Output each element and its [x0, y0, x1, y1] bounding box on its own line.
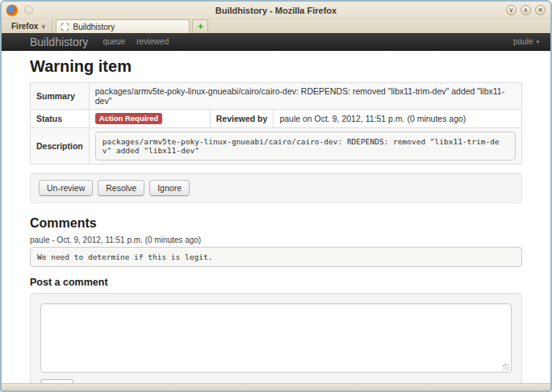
tab-buildhistory[interactable]: Buildhistory: [56, 19, 190, 33]
comments-heading: Comments: [30, 216, 522, 231]
status-badge: Action Required: [95, 113, 162, 124]
new-tab-button[interactable]: +: [192, 19, 208, 33]
chevron-down-icon: ∨: [41, 23, 45, 30]
navbar-brand[interactable]: Buildhistory: [30, 35, 88, 48]
comment-text: We need to determine if this is legit.: [30, 247, 522, 267]
shade-window-icon[interactable]: ∨: [506, 5, 516, 15]
titlebar[interactable]: Buildhistory - Mozilla Firefox ∨ ∧ ✕: [2, 2, 550, 19]
caret-down-icon: ▾: [536, 39, 539, 45]
window-controls: ∨ ∧ ✕: [506, 5, 546, 15]
description-value-cell: packages/armv5te-poky-linux-gnueabi/cair…: [89, 128, 521, 165]
nav-link-queue[interactable]: queue: [102, 37, 125, 46]
warning-details-table: Summary packages/armv5te-poky-linux-gnue…: [30, 82, 522, 165]
window-bottom-frame: [2, 383, 550, 390]
comment-textarea-wrap: [40, 303, 512, 373]
user-menu-label: paule: [513, 37, 533, 46]
comment-meta: paule - Oct. 9, 2012, 11:51 p.m. (0 minu…: [30, 236, 522, 244]
window-title: Buildhistory - Mozilla Firefox: [2, 6, 550, 15]
firefox-menu-button[interactable]: Firefox ∨: [5, 19, 52, 33]
post-comment-well: Post: [30, 293, 522, 383]
favicon-placeholder-icon: [61, 23, 69, 31]
list-item: paule - Oct. 9, 2012, 11:51 p.m. (0 minu…: [30, 236, 522, 267]
ignore-button[interactable]: Ignore: [149, 180, 190, 196]
comment-input[interactable]: [40, 303, 512, 373]
close-window-icon[interactable]: ✕: [535, 5, 546, 15]
browser-viewport: Buildhistory queue reviewed paule ▾ Warn…: [2, 33, 550, 383]
page-title: Warning item: [30, 57, 522, 76]
nav-link-reviewed[interactable]: reviewed: [136, 37, 169, 46]
firefox-window: Buildhistory - Mozilla Firefox ∨ ∧ ✕ Fir…: [0, 0, 552, 392]
firefox-menu-label: Firefox: [11, 22, 38, 31]
table-row-summary: Summary packages/armv5te-poky-linux-gnue…: [31, 83, 522, 110]
description-code: packages/armv5te-poky-linux-gnueabi/cair…: [95, 131, 516, 161]
status-value-cell: Action Required: [89, 110, 210, 128]
description-label: Description: [31, 128, 90, 165]
tab-title: Buildhistory: [73, 23, 115, 31]
tab-strip: Firefox ∨ Buildhistory +: [2, 19, 550, 33]
actions-well: Un-review Resolve Ignore: [30, 173, 522, 203]
page-content: Warning item Summary packages/armv5te-po…: [2, 51, 550, 383]
reviewed-by-label: Reviewed by: [210, 110, 274, 128]
table-row-status: Status Action Required Reviewed by paule…: [31, 110, 522, 128]
table-row-description: Description packages/armv5te-poky-linux-…: [31, 128, 522, 165]
summary-value: packages/armv5te-poky-linux-gnueabi/cair…: [89, 83, 521, 110]
resolve-button[interactable]: Resolve: [98, 180, 144, 196]
maximize-window-icon[interactable]: ∧: [521, 5, 531, 15]
app-navbar: Buildhistory queue reviewed paule ▾: [2, 33, 550, 51]
unreview-button[interactable]: Un-review: [39, 180, 93, 196]
summary-label: Summary: [31, 83, 90, 110]
post-comment-heading: Post a comment: [30, 277, 522, 288]
status-label: Status: [31, 110, 90, 128]
plus-icon: +: [198, 21, 203, 32]
reviewed-by-value: paule on Oct. 9, 2012, 11:51 p.m. (0 min…: [274, 110, 522, 128]
user-menu[interactable]: paule ▾: [513, 37, 539, 46]
